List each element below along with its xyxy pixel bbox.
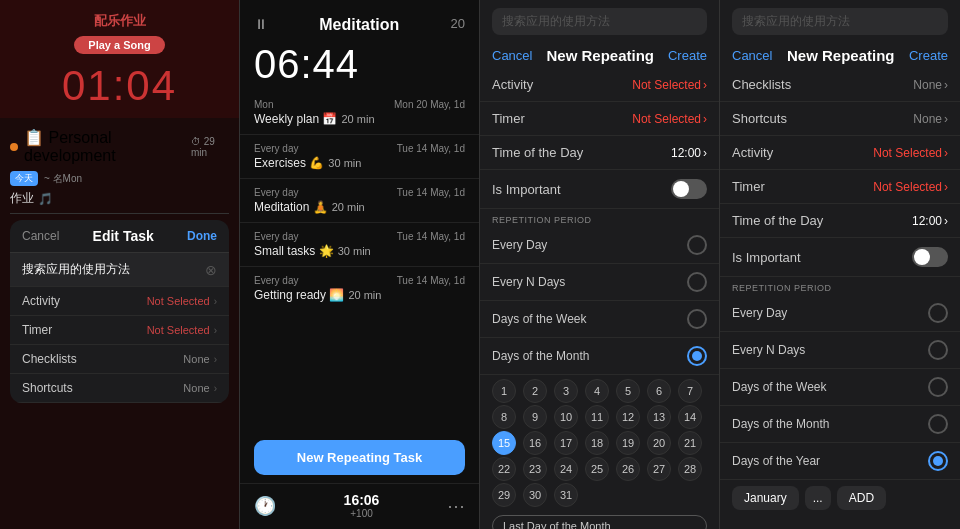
chevron-right-icon: › (944, 112, 948, 126)
task-name-text[interactable]: 搜索应用的使用方法 (22, 261, 205, 278)
cal-cell-14[interactable]: 14 (678, 405, 702, 429)
cal-cell-22[interactable]: 22 (492, 457, 516, 481)
shortcuts-row-p4[interactable]: Shortcuts None › (720, 102, 960, 136)
edit-cancel-button[interactable]: Cancel (22, 229, 59, 243)
timer-row-p3[interactable]: Timer Not Selected › (480, 102, 719, 136)
every-day-radio-p4[interactable] (928, 303, 948, 323)
play-song-button[interactable]: Play a Song (74, 36, 164, 54)
checklists-field-row[interactable]: Checklists None › (10, 345, 229, 374)
last-day-button[interactable]: Last Day of the Month (492, 515, 707, 529)
cal-cell-6[interactable]: 6 (647, 379, 671, 403)
task-row[interactable]: Every day Getting ready 🌅 20 min Tue 14 … (240, 269, 479, 308)
task-name-input-row: 搜索应用的使用方法 ⊗ (10, 253, 229, 287)
cal-cell-4[interactable]: 4 (585, 379, 609, 403)
important-row-p4[interactable]: Is Important (720, 238, 960, 277)
activity-field-row[interactable]: Activity Not Selected › (10, 287, 229, 316)
dots-button[interactable]: ... (805, 486, 831, 510)
every-day-row-p4[interactable]: Every Day (720, 295, 960, 332)
cal-cell-8[interactable]: 8 (492, 405, 516, 429)
cal-cell-1[interactable]: 1 (492, 379, 516, 403)
days-week-radio[interactable] (687, 309, 707, 329)
cal-cell-25[interactable]: 25 (585, 457, 609, 481)
timer-value-p3: Not Selected › (632, 112, 707, 126)
days-week-row[interactable]: Days of the Week (480, 301, 719, 338)
cal-cell-7[interactable]: 7 (678, 379, 702, 403)
cal-cell-31[interactable]: 31 (554, 483, 578, 507)
days-year-radio-p4[interactable] (928, 451, 948, 471)
cal-cell-13[interactable]: 13 (647, 405, 671, 429)
cal-cell-15[interactable]: 15 (492, 431, 516, 455)
days-year-row-p4[interactable]: Days of the Year (720, 443, 960, 480)
important-toggle-p4[interactable] (912, 247, 948, 267)
task-row[interactable]: Mon Weekly plan 📅 20 min Mon 20 May, 1d (240, 93, 479, 132)
time-row-p4[interactable]: Time of the Day 12:00 › (720, 204, 960, 238)
days-week-row-p4[interactable]: Days of the Week (720, 369, 960, 406)
activity-row-p3[interactable]: Activity Not Selected › (480, 68, 719, 102)
time-row-p3[interactable]: Time of the Day 12:00 › (480, 136, 719, 170)
cal-cell-19[interactable]: 19 (616, 431, 640, 455)
cal-cell-2[interactable]: 2 (523, 379, 547, 403)
days-month-row-p4[interactable]: Days of the Month (720, 406, 960, 443)
cal-cell-3[interactable]: 3 (554, 379, 578, 403)
clock-icon[interactable]: 🕐 (254, 495, 276, 517)
task-item-1[interactable]: 📋 Personal development ⏱ 29 min (10, 128, 229, 165)
create-button-p3[interactable]: Create (668, 48, 707, 63)
add-button[interactable]: ADD (837, 486, 886, 510)
cal-cell-16[interactable]: 16 (523, 431, 547, 455)
cal-cell-10[interactable]: 10 (554, 405, 578, 429)
days-month-row[interactable]: Days of the Month (480, 338, 719, 375)
radio-dot (692, 351, 702, 361)
cal-cell-12[interactable]: 12 (616, 405, 640, 429)
cancel-button-p3[interactable]: Cancel (492, 48, 532, 63)
cal-cell-21[interactable]: 21 (678, 431, 702, 455)
cal-cell-23[interactable]: 23 (523, 457, 547, 481)
task-row[interactable]: Every day Small tasks 🌟 30 min Tue 14 Ma… (240, 225, 479, 264)
timer-row-p4[interactable]: Timer Not Selected › (720, 170, 960, 204)
task-row[interactable]: Every day Meditation 🧘 20 min Tue 14 May… (240, 181, 479, 220)
important-label-p4: Is Important (732, 250, 801, 265)
every-day-row[interactable]: Every Day (480, 227, 719, 264)
important-toggle[interactable] (671, 179, 707, 199)
more-icon[interactable]: ⋯ (447, 495, 465, 517)
days-week-radio-p4[interactable] (928, 377, 948, 397)
edit-task-panel: Cancel Edit Task Done 搜索应用的使用方法 ⊗ Activi… (10, 220, 229, 403)
every-n-days-radio-p4[interactable] (928, 340, 948, 360)
every-n-days-radio[interactable] (687, 272, 707, 292)
task-row[interactable]: Every day Exercises 💪 30 min Tue 14 May,… (240, 137, 479, 176)
january-button[interactable]: January (732, 486, 799, 510)
new-repeating-title-p3: New Repeating (546, 47, 654, 64)
cal-cell-20[interactable]: 20 (647, 431, 671, 455)
cal-cell-28[interactable]: 28 (678, 457, 702, 481)
cal-cell-18[interactable]: 18 (585, 431, 609, 455)
shortcuts-field-row[interactable]: Shortcuts None › (10, 374, 229, 403)
divider (10, 213, 229, 214)
new-repeating-task-button[interactable]: New Repeating Task (254, 440, 465, 475)
footer-sub: +100 (350, 508, 373, 519)
cancel-button-p4[interactable]: Cancel (732, 48, 772, 63)
important-row-p3[interactable]: Is Important (480, 170, 719, 209)
days-month-radio[interactable] (687, 346, 707, 366)
create-button-p4[interactable]: Create (909, 48, 948, 63)
task-item-2[interactable]: 今天 ~ 名Mon (10, 171, 229, 186)
cal-cell-11[interactable]: 11 (585, 405, 609, 429)
pause-icon[interactable]: ⏸ (254, 16, 268, 32)
cal-cell-24[interactable]: 24 (554, 457, 578, 481)
every-n-days-row-p4[interactable]: Every N Days (720, 332, 960, 369)
activity-row-p4[interactable]: Activity Not Selected › (720, 136, 960, 170)
meditation-title: Meditation (319, 16, 399, 34)
every-day-radio[interactable] (687, 235, 707, 255)
cal-cell-26[interactable]: 26 (616, 457, 640, 481)
cal-cell-30[interactable]: 30 (523, 483, 547, 507)
cal-cell-9[interactable]: 9 (523, 405, 547, 429)
timer-field-row[interactable]: Timer Not Selected › (10, 316, 229, 345)
clear-icon[interactable]: ⊗ (205, 262, 217, 278)
cal-cell-5[interactable]: 5 (616, 379, 640, 403)
every-n-days-row[interactable]: Every N Days (480, 264, 719, 301)
checklists-row-p4[interactable]: Checklists None › (720, 68, 960, 102)
cal-cell-29[interactable]: 29 (492, 483, 516, 507)
cal-cell-27[interactable]: 27 (647, 457, 671, 481)
edit-done-button[interactable]: Done (187, 229, 217, 243)
days-month-radio-p4[interactable] (928, 414, 948, 434)
chevron-right-icon: › (944, 214, 948, 228)
cal-cell-17[interactable]: 17 (554, 431, 578, 455)
